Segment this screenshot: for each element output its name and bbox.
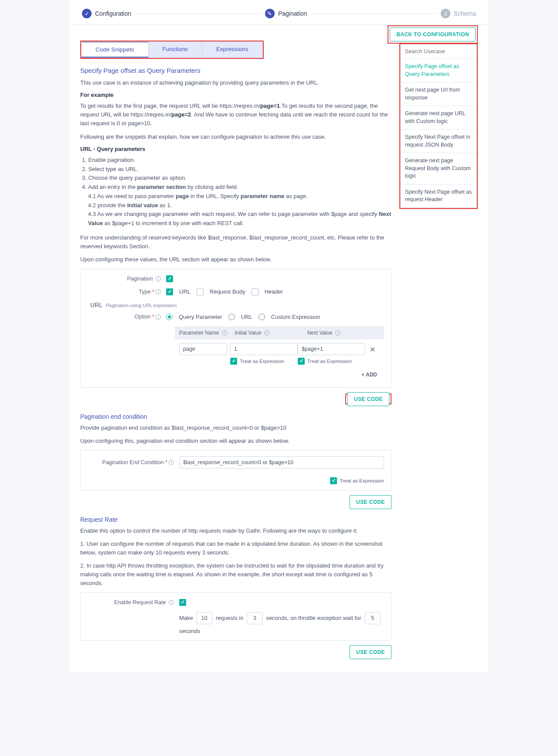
info-icon[interactable] xyxy=(169,460,174,465)
paragraph: Following are the snippets that explain,… xyxy=(80,133,391,141)
checkbox-treat-expression[interactable] xyxy=(330,477,337,484)
tab-code-snippets[interactable]: Code Snippets xyxy=(82,41,149,58)
checkbox-type-header[interactable] xyxy=(252,288,259,295)
stepper: ✓ Configuration ✎ Pagination 3 Schema xyxy=(70,0,488,25)
step-divider xyxy=(311,14,436,14)
paragraph: This use case is an instance of achievin… xyxy=(80,79,391,87)
rate-sentence: Make requests in seconds, on throttle ex… xyxy=(179,612,384,634)
sidebar-item[interactable]: Generate next page URL with Custom logic xyxy=(401,106,476,129)
checkbox-type-body[interactable] xyxy=(197,288,204,295)
search-input[interactable] xyxy=(401,44,476,58)
checkbox-treat-expression[interactable] xyxy=(298,358,305,365)
info-icon[interactable] xyxy=(264,330,269,335)
url-subheading: URL Pagination using URL expression xyxy=(90,301,384,308)
info-icon[interactable] xyxy=(156,315,161,320)
highlight-back-button: BACK TO CONFIGURATION xyxy=(388,25,478,44)
radio-custom-expression[interactable] xyxy=(259,314,265,320)
info-icon[interactable] xyxy=(222,330,227,335)
use-code-button[interactable]: USE CODE xyxy=(347,392,389,406)
radio-query-parameter[interactable] xyxy=(166,314,173,320)
back-to-configuration-button[interactable]: BACK TO CONFIGURATION xyxy=(390,27,476,41)
paragraph: Enable this option to control the number… xyxy=(80,527,391,535)
rate-count-input[interactable] xyxy=(197,612,212,624)
tab-functions[interactable]: Functions xyxy=(149,42,203,58)
section-title: Request Rate xyxy=(80,516,391,523)
tabs: Code Snippets Functions Expressions xyxy=(81,41,263,58)
sidebar-item[interactable]: Get next page Url from response xyxy=(401,82,476,106)
step-configuration[interactable]: ✓ Configuration xyxy=(82,9,131,18)
section-title: Pagination end condition xyxy=(80,413,391,420)
step-label: Configuration xyxy=(95,10,131,17)
radio-label: Query Parameter xyxy=(179,314,222,320)
tab-expressions[interactable]: Expressions xyxy=(202,42,262,58)
checkbox-type-url[interactable] xyxy=(166,288,173,295)
config-panel-url: Pagination Type * URL Request Body Heade… xyxy=(80,269,391,388)
list-item: 2. Select type as URL. xyxy=(80,165,391,174)
label-pagination: Pagination xyxy=(88,276,166,282)
section-title: Specify Page offset as Query Parameters xyxy=(80,67,391,74)
list-item: 1. Enable pagination. xyxy=(80,156,391,165)
paragraph: Provide pagination end condition as $las… xyxy=(80,424,391,432)
info-icon[interactable] xyxy=(156,276,161,281)
info-icon[interactable] xyxy=(335,330,340,335)
sidebar-item[interactable]: Specify Next Page offset in request JSON… xyxy=(401,129,476,153)
list-item: 4.2 provide the Initial value as 1. xyxy=(80,201,391,210)
check-icon: ✓ xyxy=(82,9,92,18)
label-type: Type * xyxy=(88,289,166,295)
paragraph: Upon configuring these values, the URL s… xyxy=(80,255,391,264)
highlight-sidebar: Specify Page offset as Query Parameters … xyxy=(399,43,478,209)
paragraph: To get results for the first page, the r… xyxy=(80,102,391,128)
sidebar-item[interactable]: Generate next page Request Body with Cus… xyxy=(401,153,476,184)
step-label: Schema xyxy=(454,10,476,17)
list-item: 2. In case http API throws throttling ex… xyxy=(80,561,391,588)
cb-label: URL xyxy=(179,288,191,295)
end-condition-input[interactable] xyxy=(179,456,384,469)
paragraph: Upon configuring this, pagination end co… xyxy=(80,437,391,445)
checkbox-enable-rate[interactable] xyxy=(179,599,186,606)
parameter-table: Parameter Name Initial Value Next Value … xyxy=(175,326,384,381)
add-row-button[interactable]: + ADD xyxy=(175,368,384,381)
table-row: Treat as Expression Treat as Expression … xyxy=(175,339,384,368)
list-item: 4.3 As we are changing page parameter wi… xyxy=(80,210,391,228)
use-code-button[interactable]: USE CODE xyxy=(350,645,391,659)
checkbox-pagination[interactable] xyxy=(166,275,173,282)
highlight-use-code: USE CODE xyxy=(345,393,391,404)
info-icon[interactable] xyxy=(156,289,161,294)
list-item: 4.1 As we need to pass parameter page in… xyxy=(80,192,391,201)
cb-label: Request Body xyxy=(210,288,245,295)
step-schema[interactable]: 3 Schema xyxy=(441,9,476,18)
col-header: Initial Value xyxy=(235,330,307,336)
cb-label: Header xyxy=(265,288,283,295)
label-enable-rate: Enable Request Rate xyxy=(88,599,179,605)
info-icon[interactable] xyxy=(169,600,174,605)
config-panel-request-rate: Enable Request Rate Make requests in sec… xyxy=(80,592,391,641)
rate-wait-input[interactable] xyxy=(365,612,381,624)
config-panel-end-condition: Pagination End Condition * Treat as Expr… xyxy=(80,450,391,491)
step-number: 3 xyxy=(441,9,450,18)
col-header: Next Value xyxy=(307,330,380,336)
radio-label: Custom Expression xyxy=(271,314,320,320)
subheading: For example xyxy=(80,92,391,98)
remove-row-button[interactable]: ✕ xyxy=(365,343,380,356)
next-value-input[interactable] xyxy=(298,343,365,355)
label-option: Option * xyxy=(88,314,166,320)
usecase-sidebar: Specify Page offset as Query Parameters … xyxy=(400,44,477,208)
radio-url[interactable] xyxy=(228,314,235,320)
radio-label: URL xyxy=(241,314,252,320)
checkbox-treat-expression[interactable] xyxy=(230,358,237,365)
parameter-name-input[interactable] xyxy=(179,343,227,355)
subheading: URL - Query parameters xyxy=(80,146,391,152)
highlight-tabs: Code Snippets Functions Expressions xyxy=(80,41,264,59)
list-item: 1. User can configure the number of requ… xyxy=(80,540,391,557)
sidebar-item[interactable]: Specify Next Page offset as request Head… xyxy=(401,184,476,208)
rate-interval-input[interactable] xyxy=(247,612,262,624)
sidebar-item[interactable]: Specify Page offset as Query Parameters xyxy=(401,58,476,82)
step-divider xyxy=(136,14,261,14)
step-pagination[interactable]: ✎ Pagination xyxy=(265,9,307,18)
list-item: 3. Choose the query parameter as option. xyxy=(80,174,391,183)
col-header: Parameter Name xyxy=(179,330,235,336)
list-item: 4. Add an entry in the parameter section… xyxy=(80,183,391,192)
initial-value-input[interactable] xyxy=(230,343,298,355)
use-code-button[interactable]: USE CODE xyxy=(350,495,391,509)
paragraph: For more understanding of reserved keywo… xyxy=(80,233,391,251)
